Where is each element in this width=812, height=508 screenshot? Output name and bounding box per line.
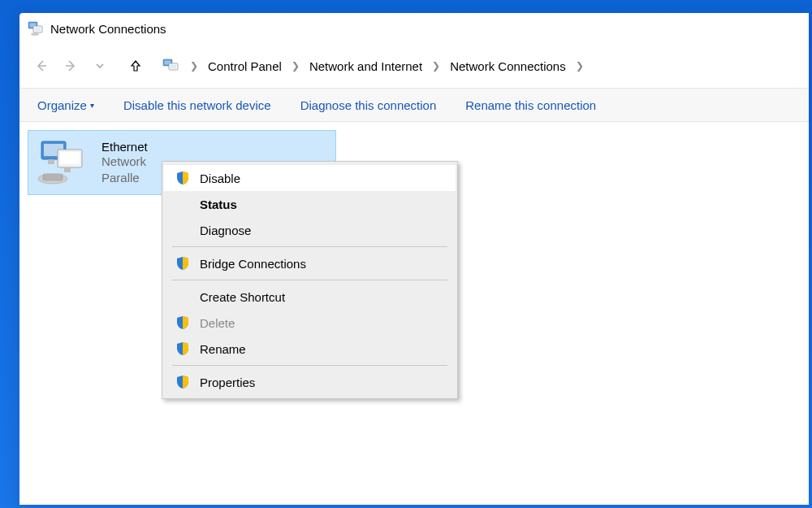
tile-text: Ethernet Network Paralle [102, 140, 148, 185]
svg-rect-10 [171, 65, 177, 69]
back-button[interactable] [28, 52, 55, 80]
content-area[interactable]: Ethernet Network Paralle Disable Status … [19, 122, 809, 203]
shield-icon [175, 341, 190, 356]
shield-icon [175, 256, 190, 271]
network-connections-icon [28, 20, 44, 37]
breadcrumb-network-internet[interactable]: Network and Internet [306, 58, 425, 75]
menu-item-properties[interactable]: Properties [164, 369, 456, 395]
shield-icon [175, 375, 190, 389]
shield-icon [175, 315, 190, 330]
menu-item-diagnose[interactable]: Diagnose [164, 217, 456, 243]
navigation-bar: ❯ Control Panel ❯ Network and Internet ❯… [19, 44, 809, 88]
menu-separator [172, 365, 447, 366]
recent-locations-button[interactable] [86, 52, 114, 80]
breadcrumb-control-panel[interactable]: Control Panel [205, 58, 285, 75]
context-menu: Disable Status Diagnose Bridge Connectio… [162, 161, 458, 399]
menu-label: Disable [200, 172, 240, 185]
menu-label: Status [200, 198, 237, 211]
menu-label: Delete [200, 316, 235, 330]
command-toolbar: Organize ▾ Disable this network device D… [19, 88, 809, 122]
svg-rect-16 [64, 167, 71, 172]
connection-name: Ethernet [102, 140, 148, 154]
menu-item-bridge[interactable]: Bridge Connections [164, 250, 456, 276]
menu-label: Bridge Connections [200, 257, 306, 271]
connection-adapter: Paralle [102, 170, 148, 186]
diagnose-connection-button[interactable]: Diagnose this connection [300, 98, 437, 112]
forward-button[interactable] [57, 52, 84, 80]
menu-separator [172, 280, 447, 280]
menu-separator [172, 246, 447, 247]
menu-label: Diagnose [200, 224, 251, 237]
menu-label: Create Shortcut [200, 290, 285, 304]
menu-item-shortcut[interactable]: Create Shortcut [164, 284, 456, 310]
svg-rect-14 [60, 152, 80, 164]
disable-device-button[interactable]: Disable this network device [123, 98, 271, 112]
empty-icon [175, 223, 190, 237]
menu-item-status[interactable]: Status [164, 191, 456, 217]
svg-rect-3 [35, 28, 41, 32]
up-button[interactable] [122, 52, 149, 80]
empty-icon [175, 197, 190, 211]
svg-rect-15 [48, 159, 54, 164]
window-title: Network Connections [50, 22, 166, 36]
control-panel-icon [162, 57, 180, 75]
organize-button[interactable]: Organize ▾ [37, 98, 94, 112]
chevron-right-icon[interactable]: ❯ [187, 60, 201, 72]
menu-item-delete: Delete [164, 310, 456, 336]
network-connections-window: Network Connections ❯ Control Pa [19, 13, 809, 505]
breadcrumb[interactable]: ❯ Control Panel ❯ Network and Internet ❯… [158, 57, 592, 75]
chevron-right-icon[interactable]: ❯ [429, 60, 443, 72]
menu-item-rename[interactable]: Rename [164, 336, 456, 362]
chevron-down-icon: ▾ [90, 101, 94, 110]
rename-connection-button[interactable]: Rename this connection [465, 98, 596, 112]
chevron-right-icon[interactable]: ❯ [288, 60, 303, 72]
organize-label: Organize [37, 98, 87, 112]
svg-point-4 [31, 33, 39, 36]
breadcrumb-network-connections[interactable]: Network Connections [447, 58, 569, 75]
shield-icon [175, 171, 190, 185]
titlebar[interactable]: Network Connections [19, 13, 809, 44]
chevron-right-icon[interactable]: ❯ [572, 60, 587, 72]
empty-icon [175, 289, 190, 304]
menu-label: Rename [200, 342, 246, 356]
menu-item-disable[interactable]: Disable [164, 165, 456, 191]
menu-label: Properties [200, 376, 255, 389]
network-adapter-icon [37, 138, 93, 187]
connection-status: Network [102, 154, 148, 170]
